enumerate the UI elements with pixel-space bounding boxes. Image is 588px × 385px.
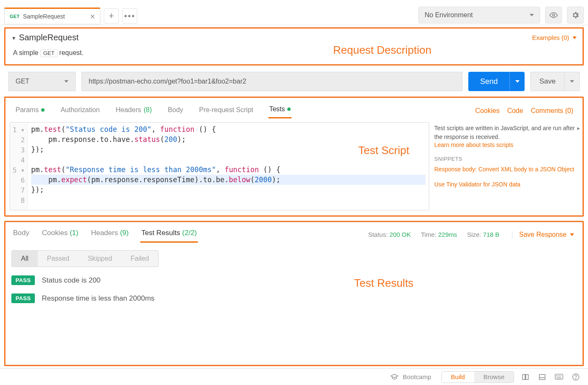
response-tabs: Body Cookies (1) Headers (9) Test Result… [12, 226, 198, 243]
mortarboard-icon [390, 373, 399, 381]
top-right-controls: No Environment [418, 2, 584, 24]
chevron-down-icon [572, 37, 577, 39]
chevron-down-icon [515, 80, 520, 83]
request-description-section: Request Description ▼ SampleRequest Exam… [4, 27, 584, 65]
tab-test-results[interactable]: Test Results (2/2) [140, 226, 197, 243]
indicator-dot-icon [41, 108, 45, 112]
response-meta: Status: 200 OK Time: 229ms Size: 718 B S… [368, 231, 574, 238]
request-config-tabs: Params Authorization Headers (8) Body Pr… [15, 103, 291, 118]
response-status: 200 OK [389, 231, 411, 238]
test-result-name: Status code is 200 [42, 276, 100, 285]
svg-rect-2 [526, 375, 528, 380]
new-tab-button[interactable]: + [104, 8, 119, 24]
svg-rect-5 [555, 374, 563, 379]
tab-response-cookies[interactable]: Cookies (1) [41, 226, 79, 243]
editor-content[interactable]: pm.test("Status code is 200", function (… [28, 123, 429, 210]
bottom-pane-button[interactable] [537, 372, 548, 382]
tab-tests[interactable]: Tests [268, 103, 291, 118]
keyboard-icon [555, 374, 563, 380]
request-name: SampleRequest [19, 33, 79, 42]
svg-point-10 [561, 376, 561, 376]
view-mode-toggle: Build Browse [441, 371, 514, 383]
plus-icon: + [109, 10, 114, 21]
test-result-row: PASS Response time is less than 2000ms [11, 293, 577, 303]
two-pane-icon [522, 373, 529, 381]
test-script-editor[interactable]: 1 ▾2345 ▾678 pm.test("Status code is 200… [10, 122, 429, 210]
ellipsis-icon: ••• [124, 11, 136, 21]
request-title[interactable]: ▼ SampleRequest [11, 33, 79, 42]
test-script-section: Test Script Params Authorization Headers… [4, 97, 584, 217]
chevron-down-icon [570, 80, 574, 83]
tab-body[interactable]: Body [167, 103, 184, 118]
filter-passed[interactable]: Passed [38, 251, 79, 267]
tab-menu-button[interactable]: ••• [122, 8, 137, 24]
test-result-name: Response time is less than 2000ms [42, 294, 154, 303]
http-method-dropdown[interactable]: GET [8, 72, 76, 91]
url-input[interactable]: https://postman-echo.com/get?foo1=bar1&f… [81, 72, 462, 91]
request-description[interactable]: A simple GET request. [13, 49, 577, 57]
svg-point-8 [558, 376, 558, 376]
indicator-dot-icon [287, 107, 291, 111]
response-time: 229ms [438, 231, 457, 238]
tab-response-body[interactable]: Body [12, 226, 30, 243]
cookies-link[interactable]: Cookies [475, 107, 500, 115]
save-response-button[interactable]: Save Response [512, 231, 574, 238]
tab-headers[interactable]: Headers (8) [115, 103, 153, 118]
keyboard-shortcuts-button[interactable] [554, 372, 564, 382]
chevron-down-icon [530, 14, 534, 16]
eye-icon [549, 11, 558, 19]
http-method-value: GET [16, 78, 29, 85]
examples-label: Examples (0) [532, 34, 569, 41]
comments-link[interactable]: Comments (0) [531, 107, 573, 115]
close-tab-icon[interactable]: × [90, 12, 95, 21]
two-pane-button[interactable] [520, 372, 531, 382]
environment-selector[interactable]: No Environment [418, 7, 540, 24]
request-tabs-strip: GET SampleRequest × + ••• [4, 2, 418, 24]
filter-failed[interactable]: Failed [121, 251, 158, 267]
help-button[interactable] [570, 372, 581, 382]
tests-side-panel: ▸ Test scripts are written in JavaScript… [433, 122, 578, 210]
request-tab-name: SampleRequest [23, 13, 65, 20]
status-bar: Bootcamp Build Browse [0, 368, 588, 385]
filter-all[interactable]: All [12, 251, 38, 267]
url-value: https://postman-echo.com/get?foo1=bar1&f… [89, 78, 246, 85]
settings-button[interactable] [567, 7, 584, 24]
bottom-pane-icon [538, 373, 546, 381]
tab-params[interactable]: Params [15, 103, 45, 118]
request-url-bar: GET https://postman-echo.com/get?foo1=ba… [0, 68, 588, 94]
filter-skipped[interactable]: Skipped [79, 251, 121, 267]
save-button-group: Save [530, 72, 580, 91]
bootcamp-button[interactable]: Bootcamp [390, 373, 431, 381]
snippet-link[interactable]: Use Tiny Validator for JSON data [434, 181, 575, 189]
environment-quicklook-button[interactable] [545, 7, 562, 24]
send-button-group: Send [468, 72, 525, 91]
mode-browse[interactable]: Browse [474, 372, 514, 382]
snippet-link[interactable]: Response body: Convert XML body to a JSO… [434, 165, 575, 174]
request-tab[interactable]: GET SampleRequest × [4, 8, 100, 24]
chevron-down-icon [64, 80, 68, 83]
code-link[interactable]: Code [507, 107, 523, 115]
chevron-right-icon[interactable]: ▸ [577, 125, 580, 131]
svg-rect-1 [522, 375, 525, 380]
save-button[interactable]: Save [530, 72, 564, 91]
tab-authorization[interactable]: Authorization [60, 103, 100, 118]
collapse-icon: ▼ [11, 35, 16, 41]
mode-build[interactable]: Build [442, 372, 474, 382]
learn-more-link[interactable]: Learn more about tests scripts [434, 141, 513, 148]
environment-label: No Environment [425, 11, 473, 19]
gear-icon [571, 11, 580, 19]
request-tab-method: GET [10, 14, 20, 19]
help-icon [572, 373, 580, 381]
svg-point-9 [559, 376, 559, 376]
svg-point-0 [553, 14, 555, 16]
chevron-down-icon [570, 233, 574, 236]
request-aux-links: Cookies Code Comments (0) [475, 107, 573, 115]
snippets-header: SNIPPETS [434, 156, 575, 162]
tab-response-headers[interactable]: Headers (9) [90, 226, 130, 243]
send-dropdown-button[interactable] [509, 72, 525, 91]
send-button[interactable]: Send [468, 72, 509, 91]
top-bar: GET SampleRequest × + ••• No Environment [0, 0, 588, 25]
save-dropdown-button[interactable] [564, 72, 580, 91]
examples-dropdown[interactable]: Examples (0) [532, 34, 577, 41]
tab-prerequest[interactable]: Pre-request Script [198, 103, 254, 118]
